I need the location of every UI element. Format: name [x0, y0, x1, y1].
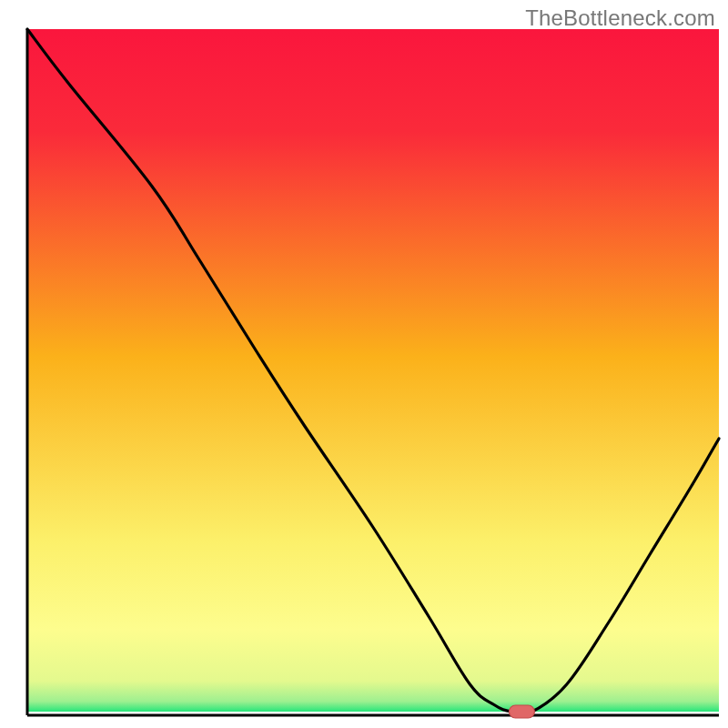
watermark-text: TheBottleneck.com — [525, 5, 715, 31]
optimal-marker — [509, 705, 534, 718]
chart-container: TheBottleneck.com — [0, 0, 728, 728]
bottleneck-chart — [0, 0, 728, 728]
